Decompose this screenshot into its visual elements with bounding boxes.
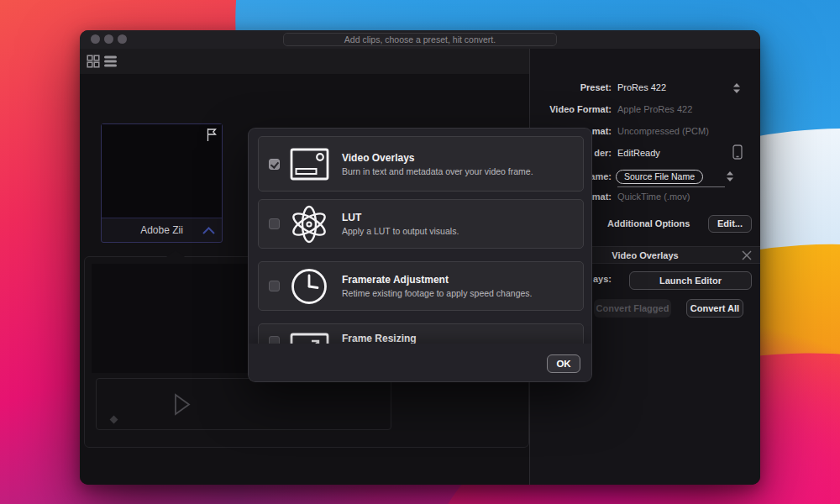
zoom-window-button[interactable] xyxy=(118,34,127,44)
option-row-video-overlays[interactable]: Video Overlays Burn in text and metadata… xyxy=(258,136,584,192)
atom-icon xyxy=(288,203,330,245)
editready-window: Add clips, choose a preset, hit convert. xyxy=(80,30,760,485)
player-controls xyxy=(96,378,391,430)
close-icon[interactable] xyxy=(742,250,752,262)
popover-arrow xyxy=(166,250,185,257)
edit-button[interactable]: Edit... xyxy=(708,215,752,233)
launch-editor-button[interactable]: Launch Editor xyxy=(629,271,752,290)
framerate-checkbox[interactable] xyxy=(269,281,280,291)
video-overlays-checkbox[interactable] xyxy=(269,159,280,170)
source-file-name-token[interactable]: Source File Name xyxy=(616,170,703,184)
video-format-value: Apple ProRes 422 xyxy=(617,104,692,114)
preset-stepper-icon[interactable] xyxy=(733,83,740,95)
file-name-stepper-icon[interactable] xyxy=(727,171,733,183)
drop-hint-message: Add clips, choose a preset, hit convert. xyxy=(283,33,557,46)
option-desc: Apply a LUT to output visuals. xyxy=(342,226,459,236)
dialog-footer: OK xyxy=(249,344,591,382)
clip-label-bar: Adobe Zii xyxy=(102,218,222,242)
grid-view-icon[interactable] xyxy=(87,55,100,70)
option-text: Video Overlays Burn in text and metadata… xyxy=(342,152,533,176)
minimize-window-button[interactable] xyxy=(104,34,113,44)
option-title: Framerate Adjustment xyxy=(342,274,532,286)
marker-diamond-icon[interactable] xyxy=(110,416,118,424)
option-title: Video Overlays xyxy=(342,152,533,164)
chevron-up-icon[interactable] xyxy=(202,226,215,236)
clock-icon xyxy=(288,267,330,306)
clip-thumbnail xyxy=(102,124,222,218)
option-desc: Burn in text and metadata over your vide… xyxy=(342,166,533,176)
flag-icon[interactable] xyxy=(205,127,218,144)
audio-format-value: Uncompressed (PCM) xyxy=(617,126,709,136)
video-format-label: Video Format: xyxy=(519,104,612,114)
additional-options-label: Additional Options xyxy=(607,218,690,228)
play-icon[interactable] xyxy=(174,393,191,417)
list-view-icon[interactable] xyxy=(104,55,117,69)
titlebar: Add clips, choose a preset, hit convert. xyxy=(80,30,760,49)
preset-label: Preset: xyxy=(519,82,612,92)
option-title: Frame Resizing xyxy=(342,333,417,344)
file-format-value: QuickTime (.mov) xyxy=(617,192,690,202)
close-window-button[interactable] xyxy=(91,34,100,44)
convert-all-button[interactable]: Convert All xyxy=(686,299,743,318)
option-title: LUT xyxy=(342,212,459,223)
video-overlay-icon xyxy=(288,148,330,181)
preset-value[interactable]: ProRes 422 xyxy=(617,82,666,92)
convert-flagged-button[interactable]: Convert Flagged xyxy=(594,299,671,318)
option-text: Framerate Adjustment Retime existing foo… xyxy=(342,274,532,298)
option-row-framerate[interactable]: Framerate Adjustment Retime existing foo… xyxy=(258,261,584,311)
clip-card[interactable]: Adobe Zii xyxy=(101,123,223,243)
option-text: LUT Apply a LUT to output visuals. xyxy=(342,212,459,236)
screen: Add clips, choose a preset, hit convert. xyxy=(0,0,840,504)
encoder-value[interactable]: EditReady xyxy=(617,148,660,158)
option-row-lut[interactable]: LUT Apply a LUT to output visuals. xyxy=(258,199,584,249)
ok-button[interactable]: OK xyxy=(547,354,580,373)
file-name-field-underline xyxy=(617,186,725,187)
device-phone-icon[interactable] xyxy=(732,144,743,161)
lut-checkbox[interactable] xyxy=(269,218,280,229)
options-dialog: Video Overlays Burn in text and metadata… xyxy=(248,128,592,382)
option-desc: Retime existing footage to apply speed c… xyxy=(342,288,532,298)
